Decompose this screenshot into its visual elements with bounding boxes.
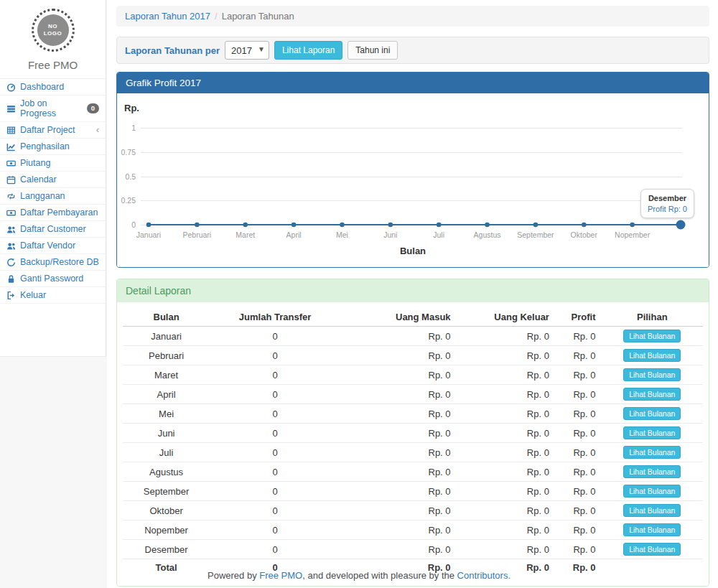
cell-uang-masuk: Rp. 0 bbox=[340, 424, 457, 443]
year-select-wrap: 2017 ▼ bbox=[225, 41, 269, 60]
table-row: Nopember 0 Rp. 0 Rp. 0 Rp. 0 Lihat Bulan… bbox=[123, 521, 703, 540]
cell-bulan: Pebruari bbox=[123, 346, 210, 365]
lihat-bulanan-button[interactable]: Lihat Bulanan bbox=[623, 543, 681, 556]
sidebar-item-ganti-password[interactable]: Ganti Password bbox=[0, 271, 106, 287]
lihat-bulanan-button[interactable]: Lihat Bulanan bbox=[623, 465, 681, 478]
sidebar-item-label: Penghasilan bbox=[20, 141, 70, 151]
lihat-bulanan-button[interactable]: Lihat Bulanan bbox=[623, 485, 681, 498]
profit-chart-panel-title: Grafik Profit 2017 bbox=[117, 73, 709, 93]
detail-laporan-body: Bulan Jumlah Transfer Uang Masuk Uang Ke… bbox=[117, 302, 709, 586]
money-icon bbox=[6, 159, 16, 168]
table-row: Juli 0 Rp. 0 Rp. 0 Rp. 0 Lihat Bulanan bbox=[123, 443, 703, 462]
filter-label: Laporan Tahunan per bbox=[125, 45, 220, 56]
sidebar-item-daftar-pembayaran[interactable]: Daftar Pembayaran bbox=[0, 205, 106, 221]
cell-bulan: Nopember bbox=[123, 521, 210, 540]
profit-line-chart[interactable]: Rp. Desember Profit Rp: 0 Bulan 00.250.5… bbox=[117, 93, 709, 267]
sidebar: NO LOGO Free PMO DashboardJob on Progres… bbox=[0, 0, 106, 357]
table-row: Maret 0 Rp. 0 Rp. 0 Rp. 0 Lihat Bulanan bbox=[123, 365, 703, 385]
cell-uang-keluar: Rp. 0 bbox=[457, 404, 555, 424]
table-row: Mei 0 Rp. 0 Rp. 0 Rp. 0 Lihat Bulanan bbox=[123, 404, 703, 424]
tahun-ini-button[interactable]: Tahun ini bbox=[348, 41, 398, 60]
cell-uang-keluar: Rp. 0 bbox=[457, 501, 555, 521]
cell-uang-keluar: Rp. 0 bbox=[457, 521, 555, 540]
cell-profit: Rp. 0 bbox=[555, 521, 602, 540]
chart-line-icon bbox=[6, 142, 16, 151]
cell-profit: Rp. 0 bbox=[555, 404, 602, 424]
sidebar-item-penghasilan[interactable]: Penghasilan bbox=[0, 139, 106, 155]
cell-profit: Rp. 0 bbox=[555, 346, 602, 365]
sidebar-item-label: Job on Progress bbox=[20, 98, 83, 118]
year-select[interactable]: 2017 bbox=[225, 41, 269, 60]
sidebar-nav: DashboardJob on Progress0Daftar Project‹… bbox=[0, 78, 106, 304]
report-table-body: Januari 0 Rp. 0 Rp. 0 Rp. 0 Lihat Bulana… bbox=[123, 327, 703, 559]
lihat-bulanan-button[interactable]: Lihat Bulanan bbox=[623, 388, 681, 401]
progress-count-badge: 0 bbox=[87, 103, 99, 113]
lihat-bulanan-button[interactable]: Lihat Bulanan bbox=[623, 407, 681, 420]
report-filter-bar: Laporan Tahunan per 2017 ▼ Lihat Laporan… bbox=[116, 37, 709, 64]
lihat-bulanan-button[interactable]: Lihat Bulanan bbox=[623, 330, 681, 342]
chevron-left-icon: ‹ bbox=[96, 126, 99, 134]
cell-jumlah-transfer: 0 bbox=[210, 346, 340, 365]
sidebar-item-label: Daftar Project bbox=[20, 125, 75, 135]
cell-uang-masuk: Rp. 0 bbox=[340, 540, 457, 559]
cell-uang-keluar: Rp. 0 bbox=[457, 462, 555, 482]
cell-bulan: Maret bbox=[123, 365, 210, 385]
sidebar-item-daftar-project[interactable]: Daftar Project‹ bbox=[0, 122, 106, 139]
sidebar-item-calendar[interactable]: Calendar bbox=[0, 172, 106, 188]
logo-text: NO LOGO bbox=[37, 14, 69, 46]
cell-uang-keluar: Rp. 0 bbox=[457, 327, 555, 346]
cell-jumlah-transfer: 0 bbox=[210, 385, 340, 404]
lihat-bulanan-button[interactable]: Lihat Bulanan bbox=[623, 349, 681, 362]
col-header-jumlah-transfer: Jumlah Transfer bbox=[210, 308, 340, 327]
table-row: Januari 0 Rp. 0 Rp. 0 Rp. 0 Lihat Bulana… bbox=[123, 327, 703, 346]
users-icon bbox=[6, 241, 16, 251]
cell-uang-masuk: Rp. 0 bbox=[340, 365, 457, 385]
lihat-laporan-button[interactable]: Lihat Laporan bbox=[274, 41, 342, 60]
cell-uang-keluar: Rp. 0 bbox=[457, 346, 555, 365]
cell-jumlah-transfer: 0 bbox=[210, 327, 340, 346]
cell-uang-keluar: Rp. 0 bbox=[457, 482, 555, 501]
cell-bulan: Desember bbox=[123, 540, 210, 559]
cell-profit: Rp. 0 bbox=[555, 501, 602, 521]
lihat-bulanan-button[interactable]: Lihat Bulanan bbox=[623, 446, 681, 459]
sidebar-item-piutang[interactable]: Piutang bbox=[0, 155, 106, 172]
report-table: Bulan Jumlah Transfer Uang Masuk Uang Ke… bbox=[123, 308, 703, 576]
breadcrumb-separator: / bbox=[215, 11, 218, 22]
lihat-bulanan-button[interactable]: Lihat Bulanan bbox=[623, 523, 681, 536]
table-row: Desember 0 Rp. 0 Rp. 0 Rp. 0 Lihat Bulan… bbox=[123, 540, 703, 559]
sidebar-item-job-on-progress[interactable]: Job on Progress0 bbox=[0, 95, 106, 122]
cell-profit: Rp. 0 bbox=[555, 462, 602, 482]
sidebar-item-label: Backup/Restore DB bbox=[20, 257, 99, 267]
users-icon bbox=[6, 225, 16, 234]
footer-text-middle: , and developed with pleasure by the bbox=[302, 570, 457, 581]
lihat-bulanan-button[interactable]: Lihat Bulanan bbox=[623, 504, 681, 517]
cell-bulan: Juli bbox=[123, 443, 210, 462]
table-row: Oktober 0 Rp. 0 Rp. 0 Rp. 0 Lihat Bulana… bbox=[123, 501, 703, 521]
cell-jumlah-transfer: 0 bbox=[210, 365, 340, 385]
main-content: Laporan Tahun 2017/Laporan Tahunan Lapor… bbox=[107, 0, 718, 588]
lihat-bulanan-button[interactable]: Lihat Bulanan bbox=[623, 426, 681, 439]
cell-profit: Rp. 0 bbox=[555, 327, 602, 346]
lock-icon bbox=[6, 274, 16, 284]
breadcrumb-link-laporan-tahun[interactable]: Laporan Tahun 2017 bbox=[125, 11, 210, 22]
lihat-bulanan-button[interactable]: Lihat Bulanan bbox=[623, 368, 681, 381]
cell-uang-keluar: Rp. 0 bbox=[457, 385, 555, 404]
retweet-icon bbox=[6, 192, 16, 201]
footer-link-contributors[interactable]: Contributors. bbox=[457, 570, 510, 581]
sidebar-item-daftar-vendor[interactable]: Daftar Vendor bbox=[0, 238, 106, 254]
sidebar-item-keluar[interactable]: Keluar bbox=[0, 287, 106, 304]
sidebar-item-dashboard[interactable]: Dashboard bbox=[0, 79, 106, 95]
sidebar-item-backup-restore-db[interactable]: Backup/Restore DB bbox=[0, 254, 106, 271]
report-table-header-row: Bulan Jumlah Transfer Uang Masuk Uang Ke… bbox=[123, 308, 703, 327]
footer-link-free-pmo[interactable]: Free PMO bbox=[259, 570, 302, 581]
col-header-uang-keluar: Uang Keluar bbox=[457, 308, 555, 327]
footer-text-prefix: Powered by bbox=[208, 570, 259, 581]
sidebar-item-label: Langganan bbox=[20, 191, 65, 201]
sidebar-item-langganan[interactable]: Langganan bbox=[0, 188, 106, 205]
sidebar-item-label: Keluar bbox=[20, 290, 46, 300]
cell-uang-keluar: Rp. 0 bbox=[457, 365, 555, 385]
cell-bulan: Januari bbox=[123, 327, 210, 346]
sidebar-item-daftar-customer[interactable]: Daftar Customer bbox=[0, 221, 106, 238]
col-header-uang-masuk: Uang Masuk bbox=[340, 308, 457, 327]
cell-uang-keluar: Rp. 0 bbox=[457, 424, 555, 443]
